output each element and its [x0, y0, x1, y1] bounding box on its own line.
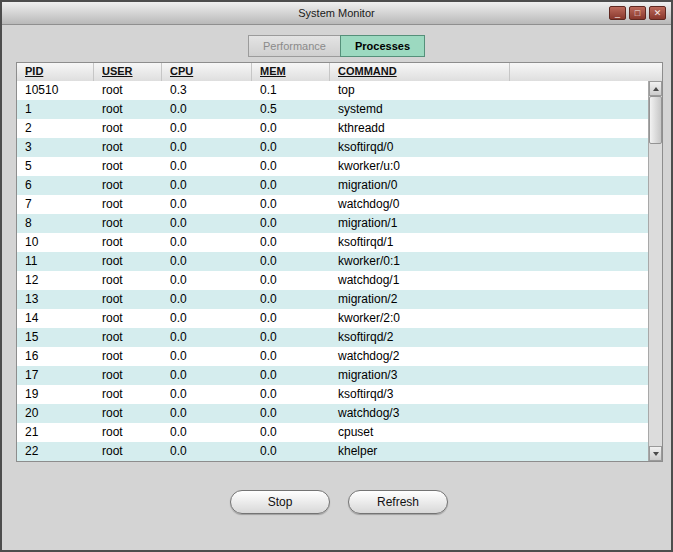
table-cell-mem: 0.0: [252, 252, 330, 271]
table-cell-mem: 0.0: [252, 271, 330, 290]
table-cell-command: kworker/u:0: [330, 157, 510, 176]
scroll-up-button[interactable]: [649, 81, 662, 96]
table-cell-command: migration/1: [330, 214, 510, 233]
table-cell-command: ksoftirqd/3: [330, 385, 510, 404]
table-cell-cpu: 0.0: [162, 385, 252, 404]
table-cell-command: ksoftirqd/2: [330, 328, 510, 347]
table-row[interactable]: 11root0.00.0kworker/0:1: [17, 252, 648, 271]
table-row[interactable]: 15root0.00.0ksoftirqd/2: [17, 328, 648, 347]
table-cell-pid: 20: [17, 404, 94, 423]
table-row[interactable]: 20root0.00.0watchdog/3: [17, 404, 648, 423]
table-cell-pid: 6: [17, 176, 94, 195]
table-cell-mem: 0.0: [252, 442, 330, 461]
table-cell-mem: 0.0: [252, 138, 330, 157]
table-cell-cpu: 0.0: [162, 138, 252, 157]
maximize-button[interactable]: □: [629, 6, 646, 20]
table-row[interactable]: 2root0.00.0kthreadd: [17, 119, 648, 138]
table-row[interactable]: 19root0.00.0ksoftirqd/3: [17, 385, 648, 404]
table-cell-cpu: 0.0: [162, 347, 252, 366]
table-row[interactable]: 21root0.00.0cpuset: [17, 423, 648, 442]
table-cell-user: root: [94, 252, 162, 271]
column-header-mem[interactable]: MEM: [252, 63, 330, 81]
minimize-button[interactable]: _: [609, 6, 626, 20]
table-cell-pid: 8: [17, 214, 94, 233]
column-header-command[interactable]: COMMAND: [330, 63, 510, 81]
tab-performance[interactable]: Performance: [248, 35, 340, 57]
table-cell-mem: 0.0: [252, 290, 330, 309]
scroll-up-icon: [653, 87, 659, 91]
table-cell-mem: 0.0: [252, 214, 330, 233]
table-row[interactable]: 13root0.00.0migration/2: [17, 290, 648, 309]
table-cell-pid: 3: [17, 138, 94, 157]
close-button[interactable]: ✕: [649, 6, 666, 20]
window-title: System Monitor: [298, 7, 374, 19]
table-row[interactable]: 16root0.00.0watchdog/2: [17, 347, 648, 366]
table-cell-cpu: 0.0: [162, 195, 252, 214]
table-cell-user: root: [94, 328, 162, 347]
table-cell-mem: 0.0: [252, 176, 330, 195]
system-monitor-window: System Monitor _ □ ✕ Performance Process…: [0, 0, 673, 552]
table-cell-pid: 21: [17, 423, 94, 442]
table-cell-cpu: 0.3: [162, 81, 252, 100]
table-row[interactable]: 1root0.00.5systemd: [17, 100, 648, 119]
table-cell-mem: 0.0: [252, 385, 330, 404]
title-bar[interactable]: System Monitor _ □ ✕: [2, 2, 671, 25]
table-cell-pid: 11: [17, 252, 94, 271]
table-cell-command: kthreadd: [330, 119, 510, 138]
table-row[interactable]: 5root0.00.0kworker/u:0: [17, 157, 648, 176]
table-row[interactable]: 7root0.00.0watchdog/0: [17, 195, 648, 214]
table-cell-user: root: [94, 176, 162, 195]
vertical-scrollbar[interactable]: [648, 81, 662, 461]
table-row[interactable]: 14root0.00.0kworker/2:0: [17, 309, 648, 328]
table-row[interactable]: 10root0.00.0ksoftirqd/1: [17, 233, 648, 252]
table-cell-user: root: [94, 385, 162, 404]
table-cell-pid: 1: [17, 100, 94, 119]
tab-processes[interactable]: Processes: [340, 35, 425, 57]
maximize-icon: □: [635, 8, 640, 18]
table-row[interactable]: 8root0.00.0migration/1: [17, 214, 648, 233]
table-cell-mem: 0.0: [252, 233, 330, 252]
table-row[interactable]: 17root0.00.0migration/3: [17, 366, 648, 385]
table-cell-user: root: [94, 100, 162, 119]
table-cell-mem: 0.0: [252, 195, 330, 214]
table-row[interactable]: 3root0.00.0ksoftirqd/0: [17, 138, 648, 157]
scroll-down-button[interactable]: [649, 446, 662, 461]
table-cell-command: cpuset: [330, 423, 510, 442]
close-icon: ✕: [654, 8, 662, 18]
process-table: PID USER CPU MEM COMMAND 10510root0.30.1…: [16, 62, 663, 462]
refresh-button[interactable]: Refresh: [348, 490, 448, 514]
table-cell-pid: 16: [17, 347, 94, 366]
column-header-filler: [510, 63, 662, 81]
column-header-cpu[interactable]: CPU: [162, 63, 252, 81]
table-cell-command: migration/2: [330, 290, 510, 309]
stop-button[interactable]: Stop: [230, 490, 330, 514]
column-header-user[interactable]: USER: [94, 63, 162, 81]
column-header-pid[interactable]: PID: [17, 63, 94, 81]
table-cell-cpu: 0.0: [162, 290, 252, 309]
table-cell-pid: 14: [17, 309, 94, 328]
table-cell-cpu: 0.0: [162, 366, 252, 385]
table-cell-user: root: [94, 290, 162, 309]
scrollbar-thumb[interactable]: [649, 96, 662, 144]
table-row[interactable]: 10510root0.30.1top: [17, 81, 648, 100]
table-cell-pid: 12: [17, 271, 94, 290]
table-row[interactable]: 12root0.00.0watchdog/1: [17, 271, 648, 290]
table-cell-user: root: [94, 81, 162, 100]
table-cell-pid: 5: [17, 157, 94, 176]
table-cell-command: migration/3: [330, 366, 510, 385]
table-cell-cpu: 0.0: [162, 252, 252, 271]
table-cell-cpu: 0.0: [162, 119, 252, 138]
tab-bar: Performance Processes: [2, 35, 671, 57]
table-cell-command: ksoftirqd/0: [330, 138, 510, 157]
window-controls: _ □ ✕: [609, 6, 666, 20]
table-cell-mem: 0.0: [252, 119, 330, 138]
table-cell-pid: 15: [17, 328, 94, 347]
table-cell-user: root: [94, 271, 162, 290]
table-row[interactable]: 22root0.00.0khelper: [17, 442, 648, 461]
table-row[interactable]: 6root0.00.0migration/0: [17, 176, 648, 195]
table-cell-cpu: 0.0: [162, 214, 252, 233]
table-cell-user: root: [94, 404, 162, 423]
table-cell-user: root: [94, 347, 162, 366]
table-cell-cpu: 0.0: [162, 176, 252, 195]
table-cell-pid: 10510: [17, 81, 94, 100]
